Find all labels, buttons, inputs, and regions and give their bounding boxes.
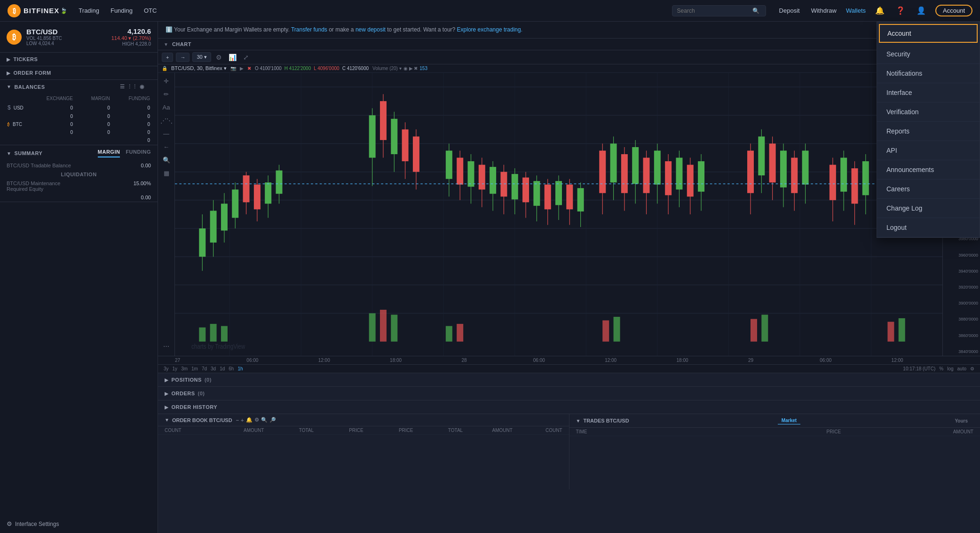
add-chart-button[interactable]: + — [162, 53, 173, 62]
order-form-header[interactable]: ▶ ORDER FORM — [0, 66, 158, 79]
nav-otc[interactable]: OTC — [144, 5, 157, 16]
price-label: 4020'0000 — [945, 204, 978, 209]
chart-settings-icon[interactable]: ⚙ — [214, 53, 224, 62]
tf-3d[interactable]: 3d — [211, 366, 216, 371]
balances-chart-icon[interactable]: ◉ — [140, 84, 145, 90]
tf-1d[interactable]: 1d — [220, 366, 225, 371]
user-icon[interactable]: 👤 — [915, 4, 928, 17]
nav-funding[interactable]: Funding — [111, 5, 133, 16]
tf-3m[interactable]: 3m — [181, 366, 188, 371]
settings-icon[interactable]: ⚙ — [254, 417, 259, 423]
table-row: ₿ BTC 0 0 0 — [1, 121, 157, 128]
help-icon[interactable]: ❓ — [894, 4, 907, 17]
table-row: 0 0 0 — [1, 129, 157, 136]
fibonacci-tool[interactable]: ⋰⋱ — [160, 114, 173, 126]
tf-1h[interactable]: 1h — [237, 366, 243, 371]
ohlc-l: L 4096'0000 — [314, 66, 339, 71]
trades-col-headers: TIME PRICE AMOUNT — [569, 428, 980, 436]
tickers-header[interactable]: ▶ TICKERS — [0, 53, 158, 66]
btc-margin: 0 — [80, 121, 117, 128]
equity-row: 0.00 — [0, 193, 158, 202]
chart-canvas-area: ✛ ✏ Aa ⋰⋱ — ← 🔍 ▦ ⋯ — [158, 73, 980, 356]
chart-toolbar: + → 30 ▾ ⚙ 📊 ⤢ — [158, 50, 980, 64]
tf-6h[interactable]: 6h — [229, 366, 234, 371]
timeframe-button[interactable]: 30 ▾ — [192, 52, 211, 62]
bars-tool[interactable]: ▦ — [160, 167, 173, 179]
percent-scale[interactable]: % — [939, 366, 943, 371]
chart-settings-bottom-icon[interactable]: ⚙ — [970, 366, 974, 371]
logo-leaf-icon: 🍃 — [60, 8, 67, 14]
text-tool[interactable]: Aa — [160, 101, 173, 113]
arrow-tool[interactable]: ← — [160, 141, 173, 153]
positions-header[interactable]: ▶ POSITIONS (0) — [158, 373, 980, 386]
balances-list-icon[interactable]: ☰ — [120, 84, 125, 90]
wallets-button[interactable]: Wallets — [846, 7, 866, 14]
summary-label: SUMMARY — [14, 150, 42, 156]
interface-settings[interactable]: ⚙ Interface Settings — [0, 515, 158, 533]
chart-section: ▼ CHART + → 30 ▾ ⚙ 📊 ⤢ 🔒 BTC/USD, 30, Bi… — [158, 39, 980, 373]
usd-funding: 0 — [118, 103, 157, 112]
pair-info: BTC/USD VOL 41,856 BTC LOW 4,024.4 — [26, 28, 62, 46]
nav-trading[interactable]: Trading — [79, 5, 99, 16]
tab-margin[interactable]: Margin — [98, 149, 120, 157]
balances-label: BALANCES — [14, 84, 45, 90]
tab-market[interactable]: Market — [778, 417, 800, 424]
notifications-icon[interactable]: 🔔 — [873, 4, 886, 17]
balances-table: EXCHANGE MARGIN FUNDING $ USD 0 0 0 0 — [0, 94, 158, 145]
chart-arrow-button[interactable]: → — [176, 53, 190, 62]
svg-rect-21 — [199, 228, 205, 257]
balances-grid-icon[interactable]: ⋮⋮ — [127, 84, 138, 90]
tab-yours[interactable]: Yours — [951, 417, 972, 424]
zoom-out-icon[interactable]: 🔎 — [269, 417, 276, 423]
bell-icon[interactable]: 🔔 — [246, 417, 253, 423]
search-bar[interactable]: 🔍 — [672, 5, 766, 16]
chart-type-icon[interactable]: 📊 — [227, 53, 238, 62]
order-history-header[interactable]: ▶ ORDER HISTORY — [158, 400, 980, 414]
balances-section: ▼ BALANCES ☰ ⋮⋮ ◉ EXCHANGE MARGIN FUNDIN… — [0, 80, 158, 145]
tickers-label: TICKERS — [14, 56, 38, 62]
svg-rect-25 — [221, 204, 228, 231]
ohlc-o: O 4100'1000 — [255, 66, 282, 71]
more-tools[interactable]: ⋯ — [160, 340, 173, 352]
summary-header[interactable]: ▼ SUMMARY Margin Funding — [0, 145, 158, 161]
tf-1m[interactable]: 1m — [191, 366, 198, 371]
interface-settings-label: Interface Settings — [15, 521, 59, 527]
col-count2: COUNT — [513, 428, 562, 433]
tab-funding[interactable]: Funding — [126, 149, 151, 157]
zoom-tool[interactable]: 🔍 — [160, 154, 173, 166]
orders-header[interactable]: ▶ ORDERS (0) — [158, 387, 980, 400]
col-total2: TOTAL — [413, 428, 463, 433]
pair-lowhigh: LOW 4,024.4 — [26, 41, 62, 46]
tf-1y[interactable]: 1y — [173, 366, 178, 371]
svg-rect-105 — [830, 165, 836, 200]
logo[interactable]: ₿ BITFINEX 🍃 — [8, 4, 67, 17]
chart-fullscreen-icon[interactable]: ⤢ — [241, 53, 251, 62]
trades-label: TRADES BTC/USD — [583, 418, 629, 423]
auto-scale[interactable]: auto — [957, 366, 966, 371]
explore-link[interactable]: Explore exchange trading. — [457, 26, 522, 33]
tf-7d[interactable]: 7d — [202, 366, 207, 371]
price-axis: 4180'0000 4160'0000 4140'0000 4120'6000 … — [942, 73, 980, 356]
tf-3y[interactable]: 3y — [164, 366, 169, 371]
search-input[interactable] — [677, 8, 752, 14]
svg-rect-87 — [676, 158, 682, 190]
crosshair-tool[interactable]: ✛ — [160, 75, 173, 87]
svg-rect-111 — [862, 161, 869, 195]
minus-icon[interactable]: − — [236, 417, 239, 423]
deposit-button[interactable]: Deposit — [777, 6, 802, 15]
log-scale[interactable]: log — [947, 366, 953, 371]
balances-header[interactable]: ▼ BALANCES ☰ ⋮⋮ ◉ — [0, 80, 158, 94]
transfer-funds-link[interactable]: Transfer funds — [291, 26, 327, 33]
svg-rect-121 — [928, 172, 935, 211]
new-deposit-link[interactable]: new deposit — [356, 26, 386, 33]
pair-change: 114.40 ▾ (2.70%) — [111, 35, 151, 41]
table-row: $ USD 0 0 0 — [1, 103, 157, 112]
plus-icon[interactable]: + — [241, 417, 244, 423]
withdraw-button[interactable]: Withdraw — [809, 6, 838, 15]
line-tool[interactable]: — — [160, 127, 173, 140]
account-button[interactable]: Account — [935, 5, 972, 16]
draw-tool[interactable]: ✏ — [160, 88, 173, 100]
usd-funding-2: 0 — [118, 113, 157, 120]
zoom-in-icon[interactable]: 🔍 — [261, 417, 268, 423]
svg-rect-45 — [413, 137, 419, 172]
